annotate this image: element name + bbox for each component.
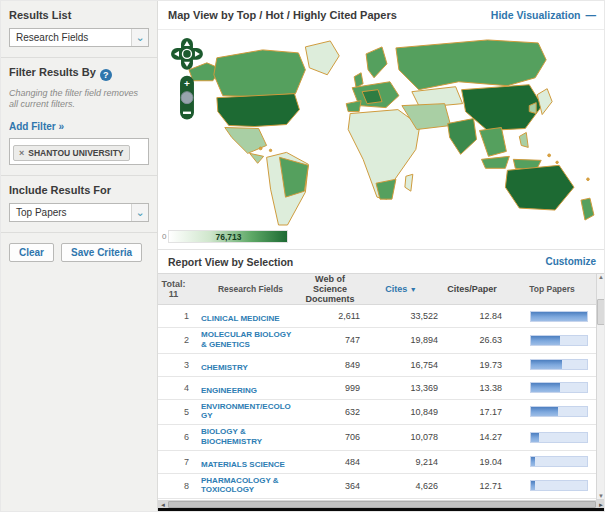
vertical-scrollbar-thumb[interactable]: [597, 299, 605, 325]
cites-label: Cites: [385, 284, 407, 294]
scroll-up-icon[interactable]: ▲: [598, 274, 604, 280]
legend-gradient-bar: 76,713: [168, 230, 288, 243]
table-header-row: Total: 11 Research Fields Web of Science…: [158, 273, 596, 305]
column-header-wos-documents[interactable]: Web of Science Documents: [300, 274, 364, 304]
hide-visualization-label: Hide Visualization: [491, 9, 581, 21]
map-header: Map View by Top / Hot / Highly Cited Pap…: [158, 1, 605, 30]
customize-link[interactable]: Customize: [545, 256, 596, 267]
table-row: 6 BIOLOGY & BIOCHEMISTRY 706 10,078 14.2…: [158, 425, 596, 451]
field-link[interactable]: ENVIRONMENT/ECOLOGY: [201, 402, 293, 421]
field-link[interactable]: MOLECULAR BIOLOGY & GENETICS: [201, 330, 293, 349]
hide-visualization-link[interactable]: Hide Visualization —: [491, 9, 596, 21]
row-docs: 706: [300, 432, 364, 442]
row-rank: 6: [158, 432, 194, 442]
row-docs: 999: [300, 383, 364, 393]
row-rank: 2: [158, 335, 194, 345]
row-docs: 747: [300, 335, 364, 345]
total-value: 11: [169, 289, 179, 299]
report-header: Report View by Selection Customize: [158, 250, 605, 273]
filter-chip-label: SHANTOU UNIVERSITY: [28, 148, 123, 158]
table-row: 3 CHEMISTRY 849 16,754 19.73: [158, 354, 596, 377]
column-header-cites-per-paper[interactable]: Cites/Paper: [442, 284, 508, 294]
top-papers-bar: [530, 382, 588, 393]
include-results-dropdown-value: Top Papers: [16, 207, 67, 218]
map-legend: 0 76,713: [162, 230, 288, 243]
add-filter-link[interactable]: Add Filter »: [9, 121, 64, 132]
row-rank: 3: [158, 360, 194, 370]
help-icon[interactable]: ?: [100, 69, 112, 81]
vertical-scrollbar[interactable]: ▲ ▼: [596, 273, 605, 500]
row-rank: 1: [158, 311, 194, 321]
top-papers-bar: [530, 406, 588, 417]
field-link[interactable]: ENGINEERING: [201, 386, 257, 396]
screen-bottom-edge: [158, 508, 605, 512]
column-header-cites-sorted[interactable]: Cites ▼: [364, 284, 442, 295]
esi-map-view-screen: Results List Research Fields ⌄ Filter Re…: [0, 0, 605, 512]
column-header-total: Total: 11: [158, 279, 194, 299]
zoom-slider-handle: [181, 92, 193, 104]
zoom-out-icon: [183, 112, 191, 114]
row-cites-per-paper: 14.27: [442, 432, 508, 442]
sort-desc-icon: ▼: [410, 286, 417, 293]
row-rank: 8: [158, 481, 194, 491]
row-cites-per-paper: 19.04: [442, 457, 508, 467]
table-row: 8 PHARMACOLOGY & TOXICOLOGY 364 4,626 12…: [158, 474, 596, 500]
sidebar: Results List Research Fields ⌄ Filter Re…: [1, 1, 158, 512]
column-header-top-papers[interactable]: Top Papers: [508, 284, 596, 294]
field-link[interactable]: CHEMISTRY: [201, 363, 248, 373]
field-link[interactable]: BIOLOGY & BIOCHEMISTRY: [201, 427, 293, 446]
row-docs: 2,611: [300, 311, 364, 321]
row-docs: 632: [300, 407, 364, 417]
sidebar-buttons: Clear Save Criteria: [1, 233, 157, 272]
scroll-down-icon[interactable]: ▼: [598, 493, 604, 499]
results-list-dropdown[interactable]: Research Fields ⌄: [9, 28, 149, 47]
include-results-section: Include Results For Top Papers ⌄: [1, 176, 157, 233]
main-panel: Map View by Top / Hot / Highly Cited Pap…: [158, 1, 605, 512]
filter-chip-shantou-university[interactable]: × SHANTOU UNIVERSITY: [13, 145, 130, 161]
top-papers-bar: [530, 311, 588, 322]
zoom-in-icon: +: [184, 78, 190, 89]
table-row: 2 MOLECULAR BIOLOGY & GENETICS 747 19,89…: [158, 328, 596, 354]
top-papers-bar: [530, 456, 588, 467]
map-view-title: Map View by Top / Hot / Highly Cited Pap…: [168, 9, 397, 21]
top-papers-bar: [530, 432, 588, 443]
filter-note: Changing the filter field removes all cu…: [9, 88, 149, 110]
scroll-left-icon[interactable]: ◄: [160, 502, 166, 508]
map-zoom-control[interactable]: +: [180, 76, 194, 120]
row-cites-per-paper: 12.84: [442, 311, 508, 321]
row-cites-per-paper: 17.17: [442, 407, 508, 417]
row-cites: 10,849: [364, 407, 442, 417]
include-results-dropdown[interactable]: Top Papers ⌄: [9, 203, 149, 222]
filter-heading-label: Filter Results By: [9, 66, 96, 78]
clear-button[interactable]: Clear: [9, 243, 54, 262]
scroll-right-icon[interactable]: ►: [598, 502, 604, 508]
row-docs: 364: [300, 481, 364, 491]
field-link[interactable]: PHARMACOLOGY & TOXICOLOGY: [201, 476, 293, 495]
table-body: 1 CLINICAL MEDICINE 2,611 33,522 12.84 2…: [158, 305, 596, 506]
total-label: Total:: [162, 279, 186, 289]
top-papers-bar: [530, 335, 588, 346]
row-cites: 16,754: [364, 360, 442, 370]
filter-chip-box: × SHANTOU UNIVERSITY: [9, 138, 149, 165]
table-row: 7 MATERIALS SCIENCE 484 9,214 19.04: [158, 451, 596, 474]
row-cites: 10,078: [364, 432, 442, 442]
row-rank: 7: [158, 457, 194, 467]
field-link[interactable]: MATERIALS SCIENCE: [201, 460, 285, 470]
results-list-heading: Results List: [9, 9, 149, 21]
legend-min-value: 0: [162, 232, 166, 241]
results-list-section: Results List Research Fields ⌄: [1, 1, 157, 58]
column-header-research-fields[interactable]: Research Fields: [194, 284, 300, 294]
remove-filter-icon[interactable]: ×: [19, 148, 24, 158]
row-cites: 33,522: [364, 311, 442, 321]
horizontal-scrollbar-thumb[interactable]: [168, 501, 596, 508]
save-criteria-button[interactable]: Save Criteria: [61, 243, 142, 262]
map-pan-control[interactable]: [171, 38, 203, 70]
legend-max-value: 76,713: [215, 232, 241, 242]
row-cites: 4,626: [364, 481, 442, 491]
include-results-heading: Include Results For: [9, 184, 149, 196]
world-map[interactable]: +: [158, 30, 605, 227]
row-rank: 4: [158, 383, 194, 393]
table-row: 4 ENGINEERING 999 13,369 13.38: [158, 377, 596, 400]
top-papers-bar: [530, 480, 588, 491]
field-link[interactable]: CLINICAL MEDICINE: [201, 314, 280, 324]
